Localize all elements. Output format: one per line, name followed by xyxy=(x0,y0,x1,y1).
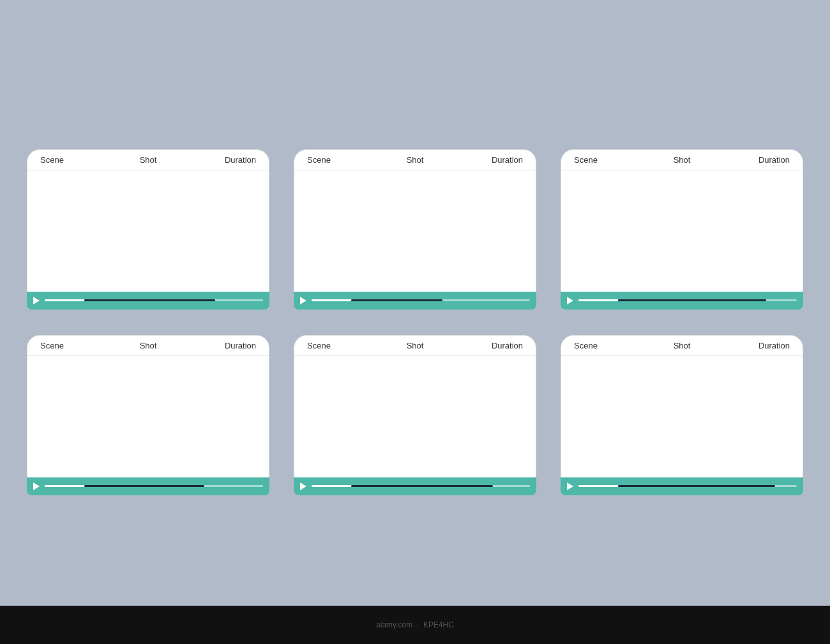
card-body xyxy=(294,356,536,477)
card-body xyxy=(294,170,536,292)
storyboard-card: Scene Shot Duration xyxy=(27,149,269,310)
progress-track[interactable] xyxy=(578,299,797,301)
progress-bar xyxy=(351,299,443,301)
card-body xyxy=(561,356,803,477)
card-body xyxy=(27,356,269,477)
card-header: Scene Shot Duration xyxy=(294,149,536,170)
play-button[interactable] xyxy=(567,483,573,490)
watermark-text: alamy.com · KPE4HC xyxy=(376,620,454,629)
scene-label: Scene xyxy=(574,155,646,165)
duration-label: Duration xyxy=(184,155,256,165)
card-footer xyxy=(294,292,536,310)
storyboard-grid: Scene Shot Duration Scene Shot Duration xyxy=(1,124,829,521)
progress-track[interactable] xyxy=(312,485,530,487)
shot-label: Shot xyxy=(379,155,451,165)
card-body xyxy=(561,170,803,292)
progress-fill xyxy=(45,485,84,487)
progress-bar xyxy=(351,485,493,487)
card-body xyxy=(27,170,269,292)
progress-bar xyxy=(84,485,204,487)
progress-fill xyxy=(45,299,84,301)
duration-label: Duration xyxy=(184,341,256,350)
scene-label: Scene xyxy=(307,155,379,165)
shot-label: Shot xyxy=(112,155,185,165)
card-header: Scene Shot Duration xyxy=(294,335,536,356)
shot-label: Shot xyxy=(646,155,718,165)
progress-bar xyxy=(618,485,775,487)
duration-label: Duration xyxy=(451,155,523,165)
scene-label: Scene xyxy=(574,341,646,350)
scene-label: Scene xyxy=(40,341,112,350)
play-button[interactable] xyxy=(567,297,573,304)
progress-track[interactable] xyxy=(578,485,797,487)
duration-label: Duration xyxy=(718,341,790,350)
card-header: Scene Shot Duration xyxy=(27,149,269,170)
play-button[interactable] xyxy=(33,297,40,304)
watermark-bar: alamy.com · KPE4HC xyxy=(0,606,830,644)
storyboard-card: Scene Shot Duration xyxy=(27,335,269,495)
duration-label: Duration xyxy=(451,341,523,350)
progress-track[interactable] xyxy=(312,299,530,301)
card-header: Scene Shot Duration xyxy=(27,335,269,356)
progress-fill xyxy=(312,485,351,487)
card-header: Scene Shot Duration xyxy=(561,335,803,356)
play-button[interactable] xyxy=(300,297,306,304)
progress-track[interactable] xyxy=(45,485,263,487)
storyboard-card: Scene Shot Duration xyxy=(561,335,803,495)
play-button[interactable] xyxy=(33,483,40,490)
shot-label: Shot xyxy=(646,341,718,350)
storyboard-card: Scene Shot Duration xyxy=(561,149,803,310)
progress-track[interactable] xyxy=(45,299,263,301)
card-footer xyxy=(561,477,803,495)
card-header: Scene Shot Duration xyxy=(561,149,803,170)
storyboard-card: Scene Shot Duration xyxy=(294,335,536,495)
scene-label: Scene xyxy=(307,341,379,350)
play-button[interactable] xyxy=(300,483,306,490)
card-footer xyxy=(27,477,269,495)
progress-fill xyxy=(312,299,351,301)
card-footer xyxy=(294,477,536,495)
scene-label: Scene xyxy=(40,155,112,165)
shot-label: Shot xyxy=(379,341,451,350)
card-footer xyxy=(561,292,803,310)
progress-fill xyxy=(578,299,618,301)
shot-label: Shot xyxy=(112,341,185,350)
duration-label: Duration xyxy=(718,155,790,165)
progress-fill xyxy=(578,485,618,487)
progress-bar xyxy=(618,299,767,301)
progress-bar xyxy=(84,299,215,301)
storyboard-card: Scene Shot Duration xyxy=(294,149,536,310)
card-footer xyxy=(27,292,269,310)
